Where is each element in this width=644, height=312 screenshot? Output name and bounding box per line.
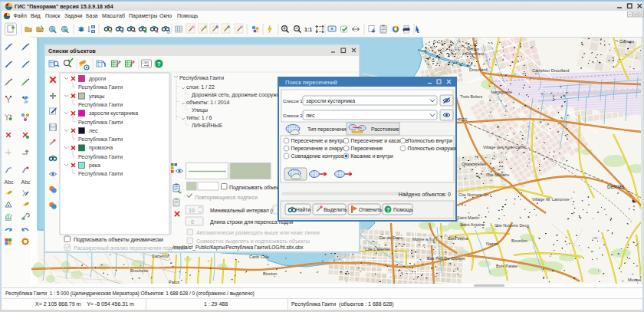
svg-text:1:1: 1:1 [304, 26, 312, 31]
svg-text:типы: 1 / 6: типы: 1 / 6 [186, 115, 212, 120]
svg-text:Cite Numero Deux: Cite Numero Deux [495, 223, 529, 228]
svg-text:Подписывать объекты: Подписывать объекты [229, 185, 285, 191]
svg-text:Пересечение и снаружи: Пересечение и снаружи [291, 146, 350, 152]
svg-text:объекты: 1 / 2014: объекты: 1 / 2014 [186, 100, 230, 105]
svg-text:Brochette: Brochette [130, 268, 149, 273]
svg-text:?: ? [386, 206, 390, 213]
svg-text:река: река [89, 163, 100, 169]
svg-text:Республика Гаити: Республика Гаити [78, 84, 123, 90]
svg-text:Республика Гаити: Республика Гаити [78, 102, 123, 108]
svg-text:Полностью снаружи: Полностью снаружи [408, 146, 457, 152]
svg-text:Drouillard: Drouillard [466, 51, 485, 56]
svg-text:OBX: OBX [143, 61, 150, 64]
svg-text:Village des Americains: Village des Americains [483, 145, 525, 149]
svg-text:Abc: Abc [21, 179, 31, 185]
svg-text:Республика Гаити: Республика Гаити [78, 136, 123, 143]
svg-text:слои: 1 / 22: слои: 1 / 22 [186, 84, 215, 90]
svg-text:Республика Гаити: Республика Гаити [179, 75, 224, 81]
svg-text:лес: лес [89, 128, 98, 133]
svg-text:Nanaguelte: Nanaguelte [491, 90, 512, 94]
svg-text:Найти: Найти [296, 207, 310, 212]
svg-text:Bois Patate: Bois Patate [496, 264, 518, 268]
svg-text:Тип пересечения: Тип пересечения [307, 126, 349, 133]
svg-text:Список 2: Список 2 [283, 113, 303, 118]
svg-text:Village W. Lamonne: Village W. Lamonne [532, 197, 570, 202]
svg-text:Республика Гаити: Республика Гаити [78, 154, 123, 160]
svg-text:Выделить: Выделить [324, 207, 347, 213]
svg-text:PCS: PCS [458, 117, 468, 122]
svg-text:Cite Militaire: Cite Militaire [486, 172, 509, 177]
svg-text:Касание и внутри: Касание и внутри [351, 153, 393, 159]
svg-text:дороги: дороги [89, 76, 106, 82]
svg-text:Расстояние: Расстояние [371, 126, 399, 132]
svg-text:Cite Numero Un: Cite Numero Un [458, 192, 488, 197]
svg-text:Совпадение контуров: Совпадение контуров [291, 153, 344, 159]
svg-text:Улицы: Улицы [192, 107, 208, 113]
svg-text:Поиск пересечений: Поиск пересечений [285, 79, 337, 86]
svg-text:Delmas: Delmas [607, 184, 625, 189]
svg-text:10: 10 [189, 208, 195, 213]
svg-text:ЛИНЕЙНЫЕ: ЛИНЕЙНЫЕ [192, 122, 223, 128]
svg-text:Дорожная сеть, дорожные сооруж: Дорожная сеть, дорожные сооружения [192, 92, 289, 98]
svg-text:Найдено объектов: 0: Найдено объектов: 0 [399, 192, 451, 198]
svg-text:Car de Depu: Car de Depu [379, 235, 402, 240]
svg-text:Минимальный интервал (мм): Минимальный интервал (мм) [210, 208, 281, 214]
svg-text:Bizoton: Bizoton [263, 271, 277, 276]
svg-text:Cite L'Eternel: Cite L'Eternel [365, 247, 390, 251]
svg-text:Автоматически размещать выше и: Автоматически размещать выше или ниже ли… [196, 230, 320, 236]
svg-text:Nazon: Nazon [486, 241, 498, 246]
svg-text:Morne a Tuf: Morne a Tuf [412, 237, 435, 241]
svg-text:промзона: промзона [89, 145, 113, 151]
svg-text:Chancerelles: Chancerelles [462, 162, 486, 166]
svg-text:Пересечение и внутри: Пересечение и внутри [291, 138, 346, 144]
svg-text:Помощь: Помощь [393, 207, 413, 213]
svg-text:?: ? [157, 61, 161, 67]
svg-text:заросли кустарника: заросли кустарника [306, 98, 355, 104]
svg-text:Cazeau: Cazeau [619, 39, 634, 44]
svg-text:Drouillard: Drouillard [469, 67, 488, 72]
svg-text:Saint Antoine: Saint Antoine [460, 222, 485, 227]
svg-text:/media/sf_Public/Карты/Республ: /media/sf_Public/Карты/Республика Гаити/… [172, 245, 304, 251]
svg-text:Bourdon: Bourdon [511, 238, 527, 243]
svg-text:Пересечение: Пересечение [351, 146, 383, 152]
svg-text:Республика Гаити: Республика Гаити [78, 171, 123, 177]
svg-text:лес: лес [306, 113, 315, 118]
svg-text:Списки объектов: Списки объектов [48, 48, 96, 54]
svg-text:Carrefour Drouillard: Carrefour Drouillard [532, 68, 569, 73]
svg-text:Bas Peu De Choses: Bas Peu De Choses [427, 256, 465, 261]
svg-text:Carib Cole: Carib Cole [249, 255, 269, 259]
svg-text:Повторяющиеся подписи: Повторяющиеся подписи [195, 195, 258, 201]
svg-text:Расширенный анализ пересечения: Расширенный анализ пересечения подписей [74, 245, 186, 251]
svg-text:Saint Martin: Saint Martin [457, 215, 479, 220]
svg-text:Abc: Abc [5, 179, 15, 185]
svg-text:0: 0 [191, 219, 194, 225]
svg-text:Carrefour: Carrefour [152, 254, 169, 258]
svg-text:Список 1: Список 1 [283, 98, 303, 103]
svg-text:заросли кустарника: заросли кустарника [89, 110, 138, 117]
svg-text:Musseau: Musseau [628, 278, 641, 282]
svg-text:Полностью внутри: Полностью внутри [408, 138, 453, 144]
svg-text:улицы: улицы [89, 94, 104, 100]
svg-text:Пересечение и касание: Пересечение и касание [351, 138, 409, 144]
svg-text:Отменить: Отменить [359, 207, 383, 212]
svg-text:Республика Гаити: Республика Гаити [78, 120, 123, 126]
svg-text:Trois Bebes: Trois Bebes [460, 94, 482, 99]
svg-text:Bois Verna: Bois Verna [448, 236, 469, 241]
svg-text:Подписывать объекты динамическ: Подписывать объекты динамически [74, 237, 163, 243]
